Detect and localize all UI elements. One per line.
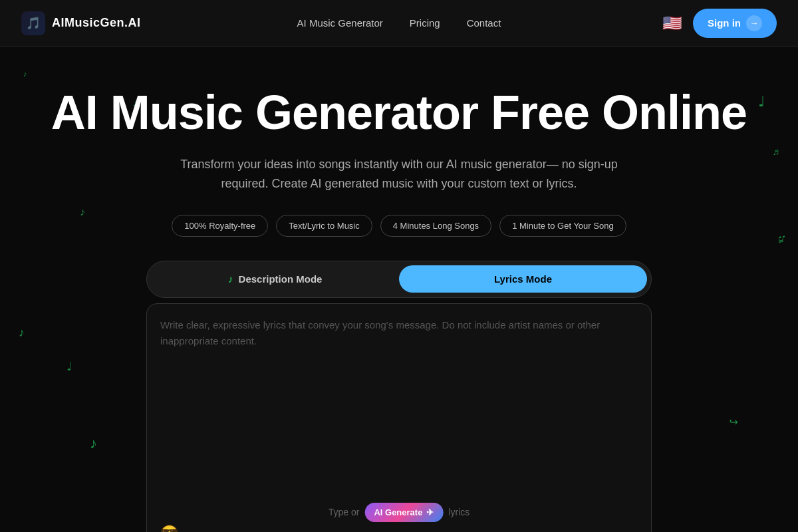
lyrics-textarea-container: 😎 Type or AI Generate ✈ lyrics 0 / 3000	[146, 303, 652, 532]
emoji-cool-icon[interactable]: 😎	[160, 525, 178, 532]
feature-pills: 100% Royalty-free Text/Lyric to Music 4 …	[13, 215, 785, 237]
pill-royalty-free[interactable]: 100% Royalty-free	[172, 215, 268, 237]
nav-links: AI Music Generator Pricing Contact	[297, 17, 501, 29]
description-mode-button[interactable]: ♪ Description Mode	[151, 265, 399, 293]
logo-text: AIMusicGen.AI	[52, 16, 141, 30]
description-mode-note-icon: ♪	[228, 273, 233, 285]
navbar-right: 🇺🇸 Sign in →	[662, 9, 777, 38]
hint-suffix-text: lyrics	[448, 507, 469, 517]
logo-icon: 🎵	[21, 11, 45, 35]
ai-generate-button[interactable]: AI Generate ✈	[364, 503, 443, 522]
nav-link-music-generator[interactable]: AI Music Generator	[297, 17, 383, 29]
hero-title: AI Music Generator Free Online	[13, 86, 785, 139]
pill-long-songs[interactable]: 4 Minutes Long Songs	[380, 215, 491, 237]
language-flag-icon[interactable]: 🇺🇸	[662, 14, 682, 33]
signin-button[interactable]: Sign in →	[693, 9, 777, 38]
emoji-bar: 😎	[160, 525, 638, 532]
mode-container: ♪ Description Mode Lyrics Mode 😎 Type or…	[146, 261, 652, 532]
hero-section: AI Music Generator Free Online Transform…	[0, 47, 798, 532]
lyrics-textarea[interactable]	[160, 317, 638, 517]
lyrics-mode-button[interactable]: Lyrics Mode	[399, 265, 647, 293]
nav-link-contact[interactable]: Contact	[467, 17, 501, 29]
pill-text-lyric[interactable]: Text/Lyric to Music	[276, 215, 372, 237]
send-icon: ✈	[426, 507, 434, 517]
hero-subtitle: Transform your ideas into songs instantl…	[166, 155, 632, 194]
mode-toggle: ♪ Description Mode Lyrics Mode	[146, 261, 652, 298]
nav-link-pricing[interactable]: Pricing	[410, 17, 440, 29]
navbar: 🎵 AIMusicGen.AI AI Music Generator Prici…	[0, 0, 798, 47]
signin-arrow-icon: →	[746, 15, 762, 31]
hint-prefix-text: Type or	[329, 507, 360, 517]
pill-minute-song[interactable]: 1 Minute to Get Your Song	[499, 215, 626, 237]
ai-generate-hint: Type or AI Generate ✈ lyrics	[329, 503, 470, 522]
logo[interactable]: 🎵 AIMusicGen.AI	[21, 11, 141, 35]
